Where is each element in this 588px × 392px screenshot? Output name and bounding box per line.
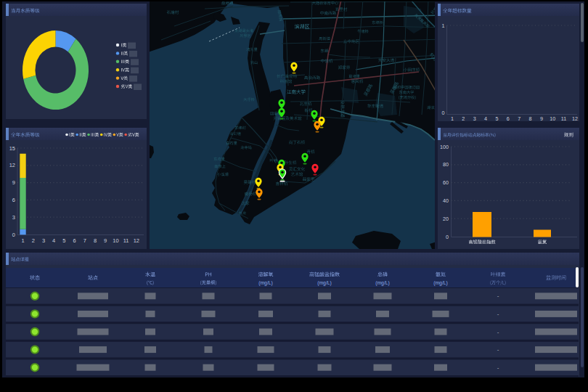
svg-text:9: 9 <box>104 237 107 244</box>
svg-text:(mg/L): (mg/L) <box>317 280 332 286</box>
svg-text:(mg/L): (mg/L) <box>375 280 390 286</box>
svg-text:1: 1 <box>451 115 454 122</box>
svg-text:8: 8 <box>529 115 532 122</box>
svg-text:5: 5 <box>495 115 498 122</box>
svg-text:0: 0 <box>446 234 449 240</box>
svg-text:3: 3 <box>12 214 15 221</box>
svg-text:12: 12 <box>572 115 578 122</box>
svg-text:0: 0 <box>442 110 445 116</box>
svg-text:80: 80 <box>443 161 449 168</box>
svg-text:7: 7 <box>83 237 86 244</box>
svg-text:11: 11 <box>561 115 566 122</box>
svg-text:9: 9 <box>540 115 543 122</box>
svg-text:-: - <box>497 293 499 299</box>
svg-text:12: 12 <box>134 237 139 244</box>
svg-text:-: - <box>497 364 499 371</box>
svg-text:6: 6 <box>507 115 510 122</box>
svg-text:10: 10 <box>550 115 555 122</box>
svg-text:6: 6 <box>73 237 76 244</box>
svg-text:9: 9 <box>12 179 15 186</box>
svg-text:2: 2 <box>32 237 35 244</box>
svg-text:1: 1 <box>22 237 25 244</box>
svg-text:3: 3 <box>42 237 45 244</box>
svg-text:12: 12 <box>9 162 15 168</box>
svg-text:5: 5 <box>62 237 65 244</box>
svg-text:11: 11 <box>123 237 129 244</box>
svg-text:4: 4 <box>484 115 487 122</box>
svg-text:-: - <box>497 329 499 335</box>
svg-text:6: 6 <box>12 197 15 203</box>
svg-text:(mg/L): (mg/L) <box>433 280 448 286</box>
svg-text:(mg/L): (mg/L) <box>258 280 273 286</box>
svg-text:40: 40 <box>443 197 449 204</box>
svg-text:-: - <box>497 346 499 353</box>
svg-text:0: 0 <box>12 232 15 238</box>
svg-text:4: 4 <box>52 237 55 244</box>
svg-text:3: 3 <box>473 115 476 122</box>
svg-text:-: - <box>497 311 499 317</box>
svg-text:2: 2 <box>462 115 465 122</box>
svg-text:7: 7 <box>518 115 520 122</box>
svg-text:20: 20 <box>443 216 449 222</box>
svg-text:1: 1 <box>442 23 445 29</box>
svg-text:60: 60 <box>443 179 449 186</box>
svg-text:15: 15 <box>9 145 15 152</box>
svg-text:10: 10 <box>113 237 118 244</box>
svg-text:100: 100 <box>440 144 449 150</box>
svg-text:8: 8 <box>94 237 97 244</box>
